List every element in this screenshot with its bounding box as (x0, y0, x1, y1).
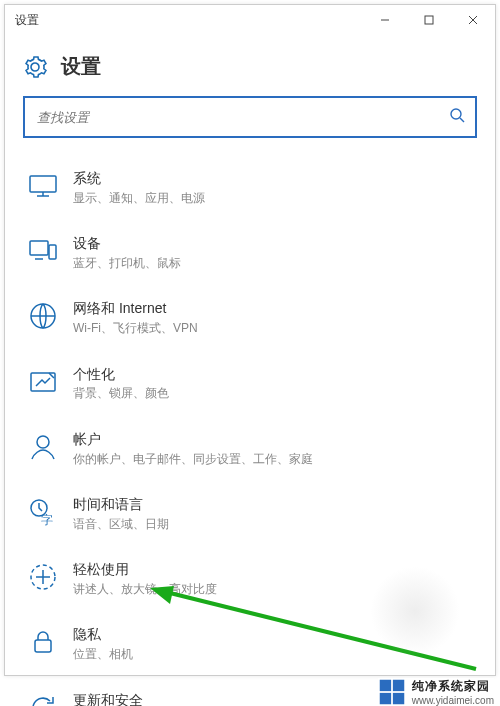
window-controls (363, 5, 495, 35)
watermark-logo-icon (378, 678, 406, 706)
category-subtitle: 你的帐户、电子邮件、同步设置、工作、家庭 (73, 452, 313, 466)
devices-icon (23, 233, 63, 269)
update-icon (23, 690, 63, 707)
svg-marker-21 (150, 586, 174, 604)
category-title: 更新和安全 (73, 692, 221, 707)
svg-rect-25 (393, 693, 404, 704)
category-text: 时间和语言语音、区域、日期 (73, 496, 169, 531)
globe-icon (23, 298, 63, 334)
close-button[interactable] (451, 5, 495, 35)
category-text: 系统显示、通知、应用、电源 (73, 170, 205, 205)
category-title: 网络和 Internet (73, 300, 198, 317)
category-subtitle: 显示、通知、应用、电源 (73, 191, 205, 205)
window-title: 设置 (5, 12, 39, 29)
svg-line-5 (460, 118, 464, 122)
search-icon (449, 107, 465, 127)
svg-rect-24 (380, 693, 391, 704)
svg-text:字: 字 (41, 513, 53, 527)
accounts-icon (23, 429, 63, 465)
app-title: 设置 (61, 53, 101, 80)
category-monitor[interactable]: 系统显示、通知、应用、电源 (5, 154, 495, 219)
monitor-icon (23, 168, 63, 204)
category-text: 个性化背景、锁屏、颜色 (73, 366, 169, 401)
svg-rect-9 (30, 241, 48, 255)
watermark-url: www.yidaimei.com (412, 695, 494, 706)
category-personalize[interactable]: 个性化背景、锁屏、颜色 (5, 350, 495, 415)
minimize-button[interactable] (363, 5, 407, 35)
settings-window: 设置 设置 (4, 4, 496, 676)
svg-point-15 (37, 436, 49, 448)
svg-rect-23 (393, 680, 404, 691)
maximize-button[interactable] (407, 5, 451, 35)
svg-rect-10 (49, 245, 56, 259)
svg-line-20 (166, 592, 476, 669)
personalize-icon (23, 364, 63, 400)
category-subtitle: 位置、相机 (73, 647, 133, 661)
category-title: 轻松使用 (73, 561, 217, 578)
svg-rect-22 (380, 680, 391, 691)
gear-icon (23, 55, 47, 79)
window-titlebar: 设置 (5, 5, 495, 35)
time-lang-icon: 字 (23, 494, 63, 530)
header: 设置 (5, 35, 495, 90)
search-box[interactable] (23, 96, 477, 138)
category-devices[interactable]: 设备蓝牙、打印机、鼠标 (5, 219, 495, 284)
category-title: 时间和语言 (73, 496, 169, 513)
privacy-icon (23, 624, 63, 660)
category-subtitle: Wi-Fi、飞行模式、VPN (73, 321, 198, 335)
category-text: 更新和安全Windows 更新、恢复、备份 (73, 692, 221, 707)
category-title: 帐户 (73, 431, 313, 448)
category-text: 隐私位置、相机 (73, 626, 133, 661)
category-text: 设备蓝牙、打印机、鼠标 (73, 235, 181, 270)
category-title: 隐私 (73, 626, 133, 643)
svg-rect-1 (425, 16, 433, 24)
watermark: 纯净系统家园 www.yidaimei.com (378, 678, 494, 706)
category-globe[interactable]: 网络和 InternetWi-Fi、飞行模式、VPN (5, 284, 495, 349)
category-title: 系统 (73, 170, 205, 187)
annotation-arrow (146, 584, 486, 679)
category-subtitle: 语音、区域、日期 (73, 517, 169, 531)
search-input[interactable] (35, 109, 449, 126)
category-title: 个性化 (73, 366, 169, 383)
watermark-title: 纯净系统家园 (412, 678, 494, 695)
svg-rect-19 (35, 640, 51, 652)
category-title: 设备 (73, 235, 181, 252)
svg-rect-6 (30, 176, 56, 192)
category-text: 网络和 InternetWi-Fi、飞行模式、VPN (73, 300, 198, 335)
category-time-lang[interactable]: 字时间和语言语音、区域、日期 (5, 480, 495, 545)
ease-icon (23, 559, 63, 595)
svg-point-4 (451, 109, 461, 119)
category-text: 帐户你的帐户、电子邮件、同步设置、工作、家庭 (73, 431, 313, 466)
category-accounts[interactable]: 帐户你的帐户、电子邮件、同步设置、工作、家庭 (5, 415, 495, 480)
category-subtitle: 背景、锁屏、颜色 (73, 386, 169, 400)
category-subtitle: 蓝牙、打印机、鼠标 (73, 256, 181, 270)
